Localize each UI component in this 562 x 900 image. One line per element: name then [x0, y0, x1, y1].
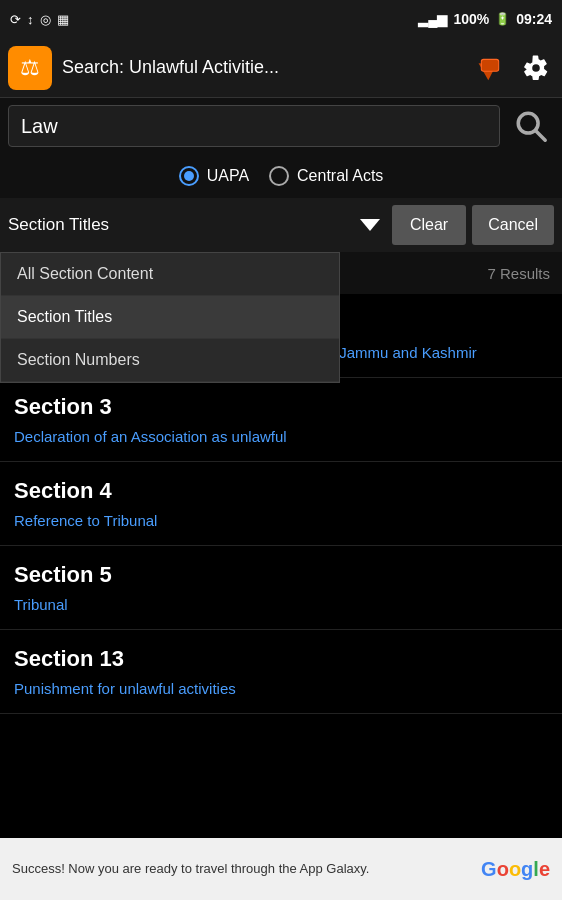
section-subtitle: Reference to Tribunal	[14, 510, 548, 531]
filter-dropdown: All Section Content Section Titles Secti…	[0, 252, 340, 383]
section-subtitle: Declaration of an Association as unlawfu…	[14, 426, 548, 447]
status-right-info: ▂▄▆ 100% 🔋 09:24	[418, 11, 552, 27]
search-button[interactable]	[508, 103, 554, 149]
dropdown-arrow-icon	[360, 219, 380, 231]
status-left-icons: ⟳ ↕ ◎ ▦	[10, 12, 69, 27]
icon-recycle: ⟳	[10, 12, 21, 27]
icon-sync: ↕	[27, 12, 34, 27]
filter-label: Section Titles	[8, 215, 354, 235]
radio-uapa-label: UAPA	[207, 167, 249, 185]
results-count: 7 Results	[487, 265, 550, 282]
icon-apps: ▦	[57, 12, 69, 27]
time-display: 09:24	[516, 11, 552, 27]
top-bar: ⚖ Search: Unlawful Activitie...	[0, 38, 562, 98]
ad-text: Success! Now you are ready to travel thr…	[12, 860, 469, 878]
notification-icon[interactable]	[472, 50, 508, 86]
section-title: Section 5	[14, 562, 548, 588]
clear-button[interactable]: Clear	[392, 205, 466, 245]
cancel-button[interactable]: Cancel	[472, 205, 554, 245]
dropdown-item-all-content[interactable]: All Section Content	[1, 253, 339, 296]
radio-central-acts[interactable]: Central Acts	[269, 166, 383, 186]
ad-banner: Success! Now you are ready to travel thr…	[0, 838, 562, 900]
section-title: Section 13	[14, 646, 548, 672]
battery-text: 100%	[453, 11, 489, 27]
section-title: Section 4	[14, 478, 548, 504]
search-input[interactable]	[8, 105, 500, 147]
dropdown-item-section-titles[interactable]: Section Titles	[1, 296, 339, 339]
radio-uapa-circle	[179, 166, 199, 186]
table-row[interactable]: Section 4 Reference to Tribunal	[0, 462, 562, 546]
section-subtitle: Tribunal	[14, 594, 548, 615]
page-title: Search: Unlawful Activitie...	[62, 57, 462, 78]
section-subtitle: Punishment for unlawful activities	[14, 678, 548, 699]
dropdown-item-section-numbers[interactable]: Section Numbers	[1, 339, 339, 382]
filter-bar: Section Titles Clear Cancel All Section …	[0, 198, 562, 252]
svg-rect-0	[481, 59, 498, 71]
battery-icon: 🔋	[495, 12, 510, 26]
icon-whatsapp: ◎	[40, 12, 51, 27]
radio-row: UAPA Central Acts	[0, 154, 562, 198]
table-row[interactable]: Section 3 Declaration of an Association …	[0, 378, 562, 462]
top-icons	[472, 50, 554, 86]
status-bar: ⟳ ↕ ◎ ▦ ▂▄▆ 100% 🔋 09:24	[0, 0, 562, 38]
radio-central-acts-label: Central Acts	[297, 167, 383, 185]
search-row	[0, 98, 562, 154]
table-row[interactable]: Section 5 Tribunal	[0, 546, 562, 630]
google-logo: Google	[481, 858, 550, 881]
settings-icon[interactable]	[518, 50, 554, 86]
radio-uapa[interactable]: UAPA	[179, 166, 249, 186]
signal-icon: ▂▄▆	[418, 12, 447, 27]
svg-line-3	[536, 131, 545, 140]
section-title: Section 3	[14, 394, 548, 420]
table-row[interactable]: Section 13 Punishment for unlawful activ…	[0, 630, 562, 714]
radio-central-acts-circle	[269, 166, 289, 186]
app-icon: ⚖	[8, 46, 52, 90]
